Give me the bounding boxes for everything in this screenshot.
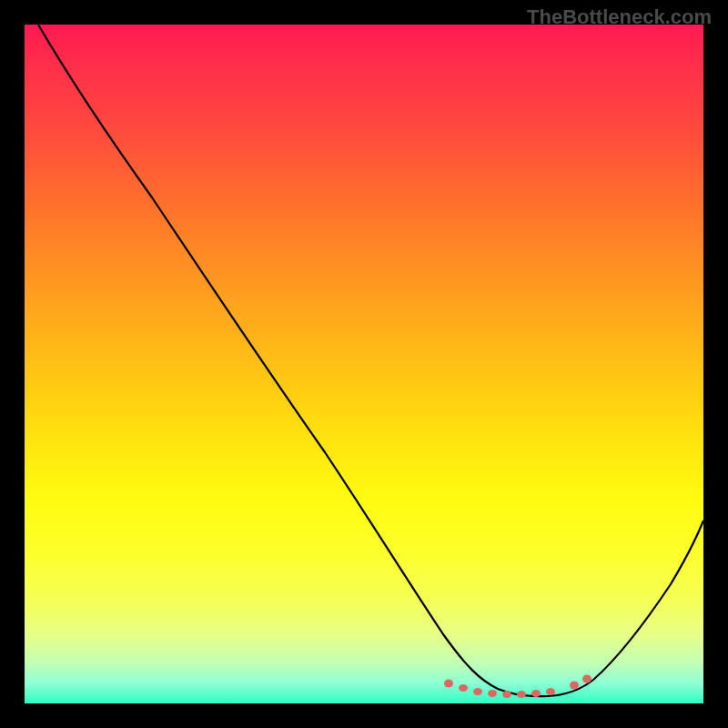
svg-point-1 <box>459 684 468 692</box>
highlight-dots <box>444 675 592 699</box>
svg-point-7 <box>546 688 555 695</box>
svg-point-9 <box>582 675 592 683</box>
chart-svg <box>25 25 703 703</box>
svg-point-4 <box>502 691 511 698</box>
svg-point-8 <box>570 682 579 690</box>
svg-point-3 <box>488 690 497 697</box>
watermark-text: TheBottleneck.com <box>527 5 712 29</box>
plot-area <box>25 25 703 703</box>
svg-point-5 <box>517 691 526 698</box>
svg-point-0 <box>444 680 453 688</box>
svg-point-2 <box>473 688 482 695</box>
svg-point-6 <box>531 690 541 697</box>
bottleneck-curve <box>38 25 703 696</box>
